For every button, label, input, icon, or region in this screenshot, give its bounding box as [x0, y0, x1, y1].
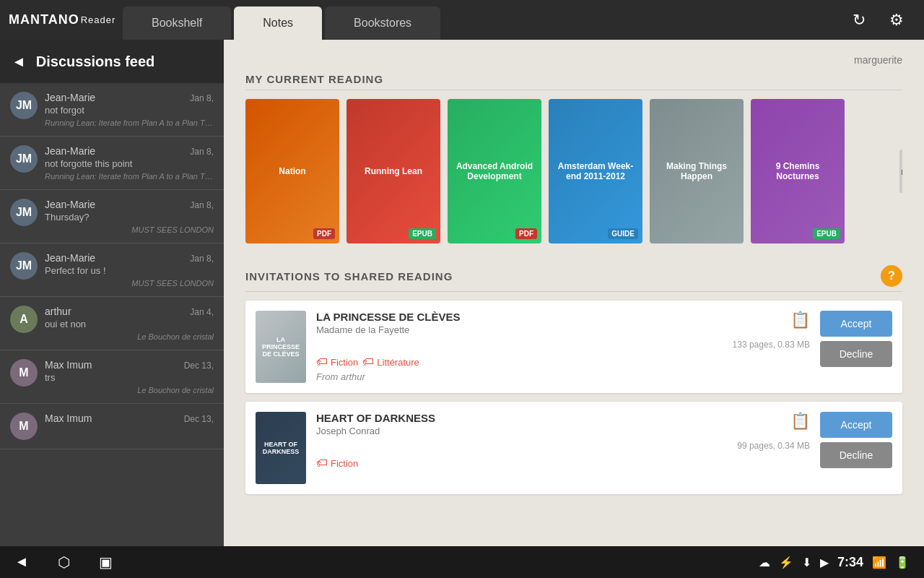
inv-from: From arthur	[316, 371, 810, 382]
disc-date: Jan 4,	[190, 307, 214, 317]
discussion-item[interactable]: M Max Imum Dec 13, trs Le Bouchon de cri…	[0, 350, 224, 404]
disc-user-name: Max Imum	[45, 359, 92, 371]
book-format-badge: PDF	[515, 228, 537, 239]
disc-book-title: MUST SEES LONDON	[45, 225, 214, 234]
disc-user-name: Jean-Marie	[45, 199, 95, 210]
tab-bookstores[interactable]: Bookstores	[325, 7, 440, 40]
discussion-item[interactable]: M Max Imum Dec 13,	[0, 404, 224, 449]
book-cover: Making Things Happen	[650, 99, 744, 243]
book-cover: 9 Chemins Nocturnes	[751, 99, 845, 243]
avatar: A	[10, 306, 38, 333]
recent-nav-button[interactable]: ▣	[99, 553, 113, 571]
username: marguerite	[854, 54, 902, 66]
inv-title: 📋 HEART OF DARKNESS	[316, 412, 810, 424]
document-icon: 📋	[790, 412, 810, 431]
inv-tags: 🏷Fiction	[316, 457, 810, 470]
bottom-bar: ◄ ⬡ ▣ ☁ ⚡ ⬇ ▶ 7:34 📶 🔋	[0, 546, 924, 578]
invitations-title: INVITATIONS TO SHARED READING	[245, 270, 453, 282]
inv-book-cover: HEART OF DARKNESS	[256, 412, 306, 484]
invitation-card: LA PRINCESSE DE CLÈVES 📋 LA PRINCESSE DE…	[245, 301, 902, 393]
disc-message: Perfect for us !	[45, 265, 214, 276]
system-time: 7:34	[837, 555, 863, 570]
disc-message: Thursday?	[45, 212, 214, 223]
refresh-icon[interactable]: ↻	[846, 7, 872, 33]
decline-button[interactable]: Decline	[820, 442, 892, 468]
book-card[interactable]: Nation PDF	[245, 99, 339, 243]
inv-tag: 🏷Littérature	[362, 355, 419, 368]
disc-book-title: MUST SEES LONDON	[45, 279, 214, 288]
books-scroll: Nation PDF Running Lean EPUB Advanced An…	[245, 99, 902, 243]
nav-icons: ◄ ⬡ ▣	[14, 553, 113, 571]
wifi-icon: 📶	[872, 556, 886, 569]
discussion-item[interactable]: JM Jean-Marie Jan 8, Perfect for us ! MU…	[0, 243, 224, 297]
disc-date: Dec 13,	[184, 414, 214, 424]
avatar: JM	[10, 92, 38, 119]
discussion-item[interactable]: JM Jean-Marie Jan 8, not forgot Running …	[0, 83, 224, 137]
system-icons: ☁ ⚡ ⬇ ▶ 7:34 📶 🔋	[759, 555, 910, 570]
decline-button[interactable]: Decline	[820, 341, 892, 367]
download-icon: ⬇	[802, 556, 811, 569]
disc-user-name: Jean-Marie	[45, 145, 95, 157]
tab-notes[interactable]: Notes	[234, 7, 322, 40]
inv-author: Joseph Conrad	[316, 426, 810, 436]
discussion-item[interactable]: A arthur Jan 4, oui et non Le Bouchon de…	[0, 297, 224, 350]
inv-info: 📋 LA PRINCESSE DE CLÈVES Madame de la Fa…	[316, 311, 810, 382]
book-cover: Nation	[245, 99, 339, 243]
disc-date: Dec 13,	[184, 361, 214, 371]
inv-tag: 🏷Fiction	[316, 457, 358, 470]
disc-book-title: Le Bouchon de cristal	[45, 386, 214, 394]
inv-title: 📋 LA PRINCESSE DE CLÈVES	[316, 311, 810, 323]
battery-icon: 🔋	[895, 556, 910, 569]
book-format-badge: EPUB	[813, 228, 840, 239]
book-card[interactable]: 9 Chemins Nocturnes EPUB	[751, 99, 845, 243]
sidebar-title: Discussions feed	[36, 53, 155, 70]
play-icon: ▶	[820, 556, 829, 569]
top-icons: ↻ ⚙	[846, 7, 924, 33]
disc-message: trs	[45, 372, 214, 383]
book-cover: Running Lean	[346, 99, 440, 243]
book-card[interactable]: Advanced Android Development PDF	[448, 99, 541, 243]
disc-message: not forgotte this point	[45, 158, 214, 169]
sidebar-back-button[interactable]: ◄	[12, 53, 26, 70]
book-card[interactable]: Amsterdam Week-end 2011-2012 GUIDE	[549, 99, 642, 243]
disc-user-name: arthur	[45, 306, 71, 317]
book-cover: Advanced Android Development	[448, 99, 541, 243]
discussion-item[interactable]: JM Jean-Marie Jan 8, Thursday? MUST SEES…	[0, 190, 224, 243]
tab-bookshelf[interactable]: Bookshelf	[123, 7, 231, 40]
scroll-right-arrow[interactable]: ▶	[899, 150, 902, 193]
cloud-icon: ☁	[759, 556, 770, 569]
accept-button[interactable]: Accept	[820, 412, 892, 438]
settings-icon[interactable]: ⚙	[884, 7, 910, 33]
book-format-badge: PDF	[313, 228, 335, 239]
disc-date: Jan 8,	[190, 147, 214, 157]
user-bar: marguerite	[245, 54, 902, 66]
back-nav-button[interactable]: ◄	[14, 553, 29, 571]
disc-book-title: Running Lean: Iterate from Plan A to a P…	[45, 118, 214, 127]
accept-button[interactable]: Accept	[820, 311, 892, 337]
inv-meta: 99 pages, 0.34 MB	[316, 441, 810, 451]
book-format-badge: GUIDE	[608, 228, 638, 239]
disc-date: Jan 8,	[190, 93, 214, 103]
document-icon: 📋	[790, 311, 810, 329]
discussion-item[interactable]: JM Jean-Marie Jan 8, not forgotte this p…	[0, 137, 224, 190]
help-button[interactable]: ?	[881, 265, 902, 287]
home-nav-button[interactable]: ⬡	[58, 553, 70, 571]
discussions-sidebar: ◄ Discussions feed JM Jean-Marie Jan 8, …	[0, 40, 224, 546]
app-logo: MANTANO Reader	[0, 12, 123, 27]
top-bar: MANTANO Reader Bookshelf Notes Bookstore…	[0, 0, 924, 40]
avatar: JM	[10, 199, 38, 226]
disc-message: oui et non	[45, 319, 214, 329]
inv-tag: 🏷Fiction	[316, 355, 358, 368]
invitations-list: LA PRINCESSE DE CLÈVES 📋 LA PRINCESSE DE…	[245, 301, 902, 494]
inv-meta: 133 pages, 0.83 MB	[316, 340, 810, 350]
book-card[interactable]: Making Things Happen	[650, 99, 744, 243]
book-card[interactable]: Running Lean EPUB	[346, 99, 440, 243]
inv-book-cover: LA PRINCESSE DE CLÈVES	[256, 311, 306, 383]
sidebar-header: ◄ Discussions feed	[0, 40, 224, 83]
disc-date: Jan 8,	[190, 254, 214, 264]
disc-book-title: Running Lean: Iterate from Plan A to a P…	[45, 172, 214, 181]
inv-author: Madame de la Fayette	[316, 324, 810, 335]
inv-actions: Accept Decline	[820, 412, 892, 468]
invitations-header: INVITATIONS TO SHARED READING ?	[245, 265, 902, 292]
avatar: JM	[10, 252, 38, 280]
